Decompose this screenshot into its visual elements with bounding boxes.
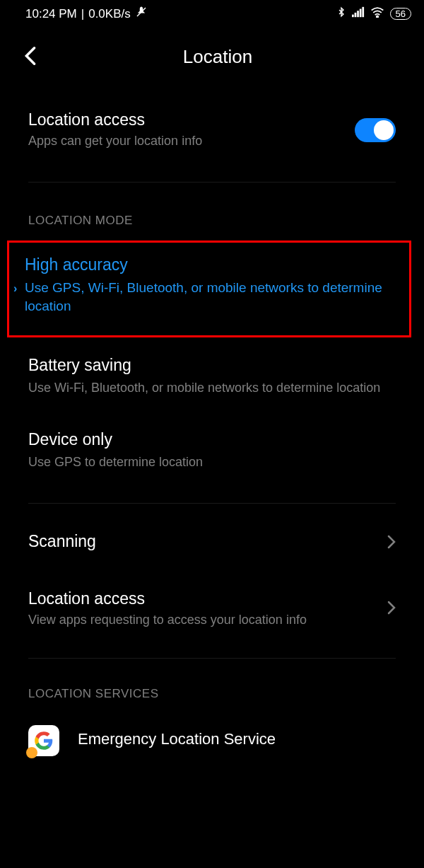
svg-point-6 — [376, 16, 378, 18]
device-only-title: Device only — [28, 430, 396, 449]
svg-rect-3 — [357, 11, 359, 17]
emergency-location-title: Emergency Location Service — [78, 730, 276, 748]
status-speed: 0.0KB/s — [88, 7, 131, 21]
svg-rect-1 — [352, 15, 354, 18]
google-icon — [28, 725, 59, 756]
location-access-toggle[interactable] — [355, 118, 396, 142]
status-bar: 10:24 PM | 0.0KB/s 56 — [0, 0, 424, 26]
badge-icon — [26, 747, 37, 758]
location-access-subtitle: Apps can get your location info — [28, 132, 346, 149]
location-services-header: LOCATION SERVICES — [0, 659, 424, 717]
status-left: 10:24 PM | 0.0KB/s — [25, 6, 148, 22]
scanning-row[interactable]: Scanning — [0, 504, 424, 577]
chevron-right-icon — [387, 533, 396, 553]
status-right: 56 — [336, 6, 411, 22]
svg-rect-4 — [359, 9, 361, 18]
back-button[interactable] — [24, 46, 37, 69]
chevron-right-icon — [387, 599, 396, 619]
toggle-knob — [374, 120, 394, 140]
battery-level: 56 — [390, 8, 411, 20]
bluetooth-icon — [336, 6, 346, 22]
battery-saving-row[interactable]: Battery saving Use Wi-Fi, Bluetooth, or … — [0, 337, 424, 406]
signal-icon — [352, 6, 365, 21]
page-header: Location — [0, 26, 424, 82]
emergency-location-row[interactable]: Emergency Location Service — [0, 717, 424, 765]
svg-rect-2 — [354, 13, 356, 17]
svg-rect-5 — [362, 7, 364, 17]
status-time: 10:24 PM — [25, 7, 77, 21]
battery-saving-subtitle: Use Wi-Fi, Bluetooth, or mobile networks… — [28, 379, 396, 396]
mute-icon — [135, 6, 148, 22]
device-only-row[interactable]: Device only Use GPS to determine locatio… — [0, 406, 424, 489]
location-access-apps-row[interactable]: Location access View apps requesting to … — [0, 577, 424, 649]
device-only-subtitle: Use GPS to determine location — [28, 453, 396, 470]
location-access-apps-title: Location access — [28, 589, 387, 608]
selected-check-icon: › — [13, 282, 17, 295]
battery-saving-title: Battery saving — [28, 356, 396, 375]
location-access-apps-subtitle: View apps requesting to access your loca… — [28, 611, 387, 628]
location-mode-header: LOCATION MODE — [0, 183, 424, 241]
location-access-row[interactable]: Location access Apps can get your locati… — [0, 82, 424, 169]
page-title: Location — [24, 46, 411, 68]
high-accuracy-highlighted[interactable]: › High accuracy Use GPS, Wi-Fi, Bluetoot… — [7, 241, 411, 337]
high-accuracy-title: High accuracy — [25, 255, 394, 274]
wifi-icon — [370, 6, 384, 21]
high-accuracy-subtitle: Use GPS, Wi-Fi, Bluetooth, or mobile net… — [25, 279, 394, 315]
scanning-title: Scanning — [28, 532, 387, 551]
location-access-title: Location access — [28, 110, 346, 129]
status-separator: | — [81, 7, 84, 21]
